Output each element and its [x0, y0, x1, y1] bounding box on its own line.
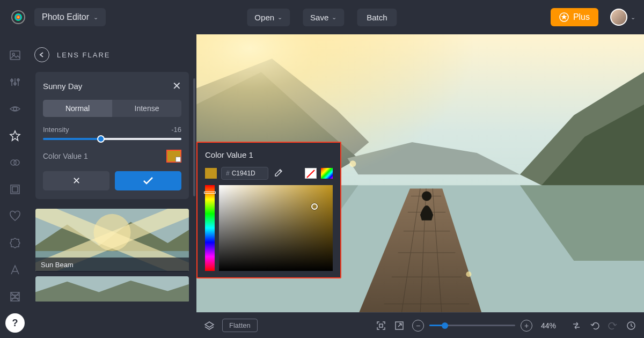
mode-intense-button[interactable]: Intense: [112, 100, 181, 117]
badge-icon[interactable]: [9, 237, 21, 249]
canvas[interactable]: Color Value 1 # C1941D: [196, 34, 644, 312]
back-button[interactable]: [34, 47, 49, 62]
preset-thumb-sun-beam[interactable]: Sun Beam: [35, 209, 189, 272]
eye-icon[interactable]: [9, 103, 21, 115]
close-icon[interactable]: ✕: [172, 79, 181, 92]
heart-icon[interactable]: [9, 210, 21, 222]
svg-rect-12: [12, 187, 18, 192]
svg-point-1: [14, 13, 22, 21]
mode-normal-button[interactable]: Normal: [43, 100, 112, 117]
app-title-dropdown[interactable]: Photo Editor ⌄: [34, 8, 106, 26]
no-color-swatch[interactable]: [305, 168, 317, 179]
chevron-down-icon: ⌄: [332, 14, 336, 21]
preset-editor-card: Sunny Day ✕ Normal Intense Intensity -16…: [35, 72, 189, 199]
flatten-button[interactable]: Flatten: [222, 319, 258, 332]
scrollbar[interactable]: [193, 78, 195, 196]
account-menu[interactable]: ⌄: [610, 9, 635, 26]
avatar: [610, 9, 627, 26]
zoom-controls: − + 44%: [412, 320, 556, 332]
side-panel: LENS FLARE Sunny Day ✕ Normal Intense In…: [30, 34, 196, 338]
preset-name: Sunny Day: [43, 82, 82, 91]
sv-thumb[interactable]: [311, 203, 318, 210]
svg-rect-43: [379, 324, 383, 327]
adjust-sliders-icon[interactable]: [9, 76, 21, 88]
zoom-slider[interactable]: [429, 325, 515, 326]
canvas-area: Color Value 1 # C1941D: [196, 34, 644, 338]
topbar-center: Open ⌄ Save ⌄ Batch: [247, 9, 397, 26]
mode-segment: Normal Intense: [43, 100, 181, 117]
frame-icon[interactable]: [9, 183, 21, 195]
hue-thumb[interactable]: [204, 192, 216, 194]
undo-icon[interactable]: [589, 320, 600, 331]
svg-point-42: [466, 271, 471, 277]
zoom-thumb[interactable]: [442, 322, 448, 329]
saturation-value-field[interactable]: [219, 185, 333, 271]
palette-swatch[interactable]: [321, 168, 333, 179]
tool-rail: ?: [0, 34, 30, 338]
color-value-label: Color Value 1: [43, 152, 88, 160]
zoom-percent: 44%: [541, 321, 556, 330]
current-color-swatch[interactable]: [205, 168, 217, 179]
layers-icon[interactable]: [204, 320, 215, 331]
texture-icon[interactable]: [9, 291, 21, 303]
open-button[interactable]: Open ⌄: [247, 9, 290, 26]
app-logo-icon[interactable]: [9, 8, 28, 27]
text-tool-icon[interactable]: [9, 264, 21, 276]
chevron-down-icon: ⌄: [277, 14, 282, 21]
hue-slider[interactable]: [205, 185, 215, 271]
eyedropper-icon[interactable]: [273, 168, 283, 179]
svg-point-8: [13, 107, 17, 111]
intensity-slider[interactable]: [43, 138, 181, 140]
apply-button[interactable]: [115, 171, 181, 190]
open-label: Open: [254, 13, 274, 22]
hex-value: C1941D: [232, 170, 255, 177]
panel-title: LENS FLARE: [57, 51, 110, 59]
svg-point-10: [14, 160, 19, 165]
slider-thumb[interactable]: [97, 135, 105, 143]
color-swatch-button[interactable]: [166, 150, 181, 163]
image-tool-icon[interactable]: [9, 49, 21, 61]
batch-label: Batch: [367, 13, 387, 22]
svg-point-41: [349, 160, 356, 167]
color-picker-title: Color Value 1: [205, 150, 333, 159]
color-picker-popover: Color Value 1 # C1941D: [196, 142, 341, 278]
intensity-value: -16: [171, 126, 181, 134]
fit-screen-icon[interactable]: [376, 320, 386, 331]
batch-button[interactable]: Batch: [357, 9, 397, 26]
topbar: Photo Editor ⌄ Open ⌄ Save ⌄ Batch Plus: [0, 0, 644, 34]
cancel-button[interactable]: ✕: [43, 171, 109, 190]
app-title: Photo Editor: [42, 12, 89, 22]
svg-rect-3: [10, 51, 20, 60]
star-icon: [559, 12, 569, 22]
zoom-in-button[interactable]: +: [521, 320, 532, 332]
bottombar: Flatten − + 44%: [196, 312, 644, 338]
plus-upgrade-button[interactable]: Plus: [551, 8, 598, 26]
thumb-label: Sun Beam: [35, 258, 189, 272]
zoom-out-button[interactable]: −: [412, 320, 424, 332]
redo-icon[interactable]: [608, 320, 618, 331]
save-label: Save: [310, 13, 328, 22]
compare-icon[interactable]: [571, 320, 582, 331]
save-button[interactable]: Save ⌄: [303, 9, 344, 26]
expand-icon[interactable]: [394, 320, 405, 331]
hex-input[interactable]: # C1941D: [221, 167, 268, 180]
plus-label: Plus: [573, 12, 590, 22]
help-button[interactable]: ?: [5, 313, 25, 333]
chevron-down-icon: ⌄: [631, 14, 635, 21]
chevron-down-icon: ⌄: [93, 14, 98, 21]
overlays-icon[interactable]: [9, 157, 21, 168]
hex-hash: #: [226, 170, 230, 177]
preset-thumb-partial[interactable]: [35, 276, 189, 302]
intensity-label: Intensity: [43, 126, 69, 134]
preset-thumbnails: Sun Beam: [30, 204, 196, 302]
history-icon[interactable]: [626, 320, 636, 331]
effects-star-icon[interactable]: [9, 130, 21, 142]
